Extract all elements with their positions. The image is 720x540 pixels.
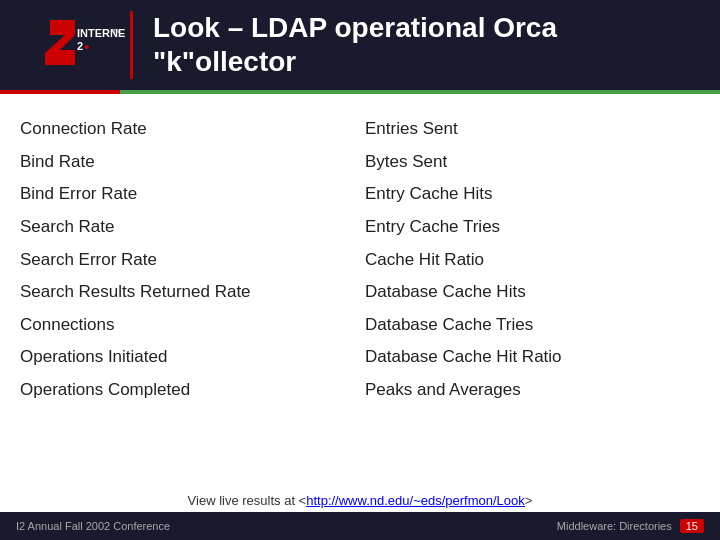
list-item: Search Results Returned Rate <box>20 277 345 308</box>
list-item: Bind Error Rate <box>20 179 345 210</box>
footer-right: Middleware: Directories 15 <box>557 519 704 533</box>
list-item: Bind Rate <box>20 147 345 178</box>
two-columns: Connection Rate Bind Rate Bind Error Rat… <box>20 114 690 475</box>
list-item: Database Cache Hit Ratio <box>365 342 690 373</box>
list-item: Operations Completed <box>20 375 345 406</box>
slide-title: Look – LDAP operational Orca "k"ollector <box>153 11 700 78</box>
internet2-logo: INTERNET TM 2 <box>25 15 125 75</box>
view-link: View live results at <http://www.nd.edu/… <box>188 493 533 508</box>
left-column: Connection Rate Bind Rate Bind Error Rat… <box>20 114 345 475</box>
list-item: Connections <box>20 310 345 341</box>
svg-marker-0 <box>45 20 75 65</box>
footer-page: 15 <box>680 519 704 533</box>
footer-conference: I2 Annual Fall 2002 Conference <box>16 520 170 532</box>
list-item: Database Cache Tries <box>365 310 690 341</box>
list-item: Operations Initiated <box>20 342 345 373</box>
list-item: Search Error Rate <box>20 245 345 276</box>
svg-text:TM: TM <box>113 28 120 34</box>
list-item: Entries Sent <box>365 114 690 145</box>
list-item: Peaks and Averages <box>365 375 690 406</box>
perfmon-link[interactable]: http://www.nd.edu/~eds/perfmon/Look <box>306 493 525 508</box>
logo-area: INTERNET TM 2 <box>20 10 130 80</box>
list-item: Entry Cache Hits <box>365 179 690 210</box>
list-item: Entry Cache Tries <box>365 212 690 243</box>
footer-category: Middleware: Directories <box>557 520 672 532</box>
content: Connection Rate Bind Rate Bind Error Rat… <box>0 94 720 485</box>
header: INTERNET TM 2 Look – LDAP operational Or… <box>0 0 720 90</box>
bottom-area: View live results at <http://www.nd.edu/… <box>0 485 720 512</box>
slide: INTERNET TM 2 Look – LDAP operational Or… <box>0 0 720 540</box>
right-column: Entries Sent Bytes Sent Entry Cache Hits… <box>365 114 690 475</box>
list-item: Bytes Sent <box>365 147 690 178</box>
list-item: Search Rate <box>20 212 345 243</box>
title-area: Look – LDAP operational Orca "k"ollector <box>130 11 700 78</box>
footer: I2 Annual Fall 2002 Conference Middlewar… <box>0 512 720 540</box>
svg-text:2: 2 <box>77 40 83 52</box>
svg-point-4 <box>85 45 89 49</box>
list-item: Connection Rate <box>20 114 345 145</box>
list-item: Cache Hit Ratio <box>365 245 690 276</box>
list-item: Database Cache Hits <box>365 277 690 308</box>
